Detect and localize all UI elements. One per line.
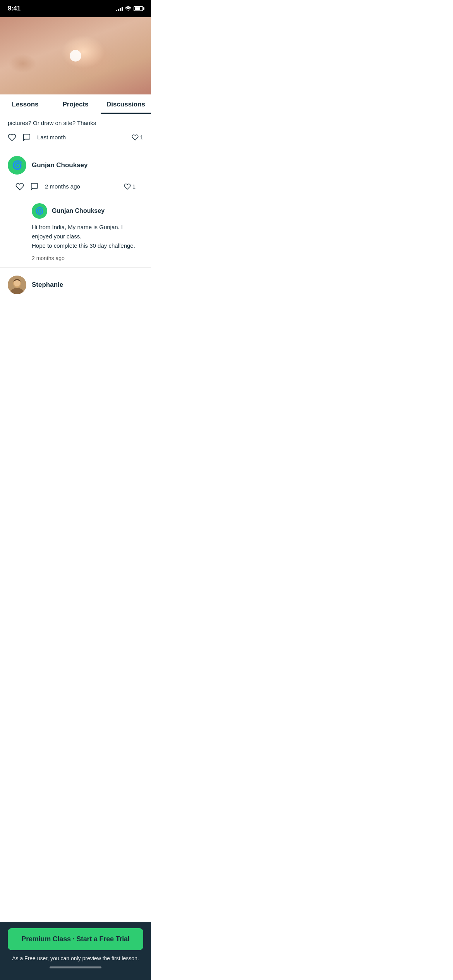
status-time: 9:41 bbox=[8, 5, 21, 12]
partial-comment-actions: Last month 1 bbox=[0, 128, 151, 148]
tab-projects[interactable]: Projects bbox=[50, 94, 101, 114]
reply-timestamp: 2 months ago bbox=[32, 255, 143, 261]
commenter-name-stephanie: Stephanie bbox=[32, 281, 63, 289]
comment-1-timestamp: 2 months ago bbox=[45, 183, 118, 190]
reply-author: Gunjan Chouksey bbox=[52, 207, 105, 214]
avatar-stephanie bbox=[8, 276, 26, 294]
commenter-name-1: Gunjan Chouksey bbox=[32, 161, 88, 169]
tab-lessons[interactable]: Lessons bbox=[0, 94, 50, 114]
comment-header-1: 🌀 Gunjan Chouksey bbox=[8, 156, 143, 175]
video-thumbnail[interactable] bbox=[0, 17, 151, 94]
reply-header: 🌀 Gunjan Chouksey bbox=[32, 203, 143, 219]
avatar-gunjan: 🌀 bbox=[8, 156, 26, 175]
partial-like-count: 1 bbox=[132, 134, 143, 141]
comment-1-like-count: 1 bbox=[124, 183, 136, 190]
battery-icon bbox=[134, 6, 143, 11]
comment-1-reply[interactable] bbox=[30, 182, 39, 191]
wifi-icon bbox=[125, 6, 131, 11]
video-play-indicator bbox=[70, 50, 81, 62]
signal-icon bbox=[116, 6, 123, 11]
comment-1-actions: 2 months ago 1 bbox=[8, 177, 143, 197]
discussions-list: pictures? Or draw on site? Thanks Last m… bbox=[0, 114, 151, 298]
comment-item-stephanie: Stephanie bbox=[0, 268, 151, 298]
comment-item-1: 🌀 Gunjan Chouksey 2 months ago 1 bbox=[0, 148, 151, 261]
tab-discussions[interactable]: Discussions bbox=[101, 94, 151, 114]
reply-section-1: 🌀 Gunjan Chouksey Hi from India, My name… bbox=[32, 203, 143, 261]
partial-comment-text: pictures? Or draw on site? Thanks bbox=[8, 119, 143, 128]
reply-text: Hi from India, My name is Gunjan. I enjo… bbox=[32, 223, 143, 250]
comment-1-like[interactable] bbox=[15, 182, 24, 191]
status-bar: 9:41 bbox=[0, 0, 151, 17]
status-icons bbox=[116, 6, 143, 11]
tab-bar: Lessons Projects Discussions bbox=[0, 94, 151, 114]
partial-comment-timestamp: Last month bbox=[37, 134, 125, 140]
reply-avatar-gunjan: 🌀 bbox=[32, 203, 47, 219]
like-action[interactable] bbox=[8, 133, 16, 142]
partial-comment: pictures? Or draw on site? Thanks bbox=[0, 114, 151, 128]
comment-action[interactable] bbox=[22, 133, 31, 142]
